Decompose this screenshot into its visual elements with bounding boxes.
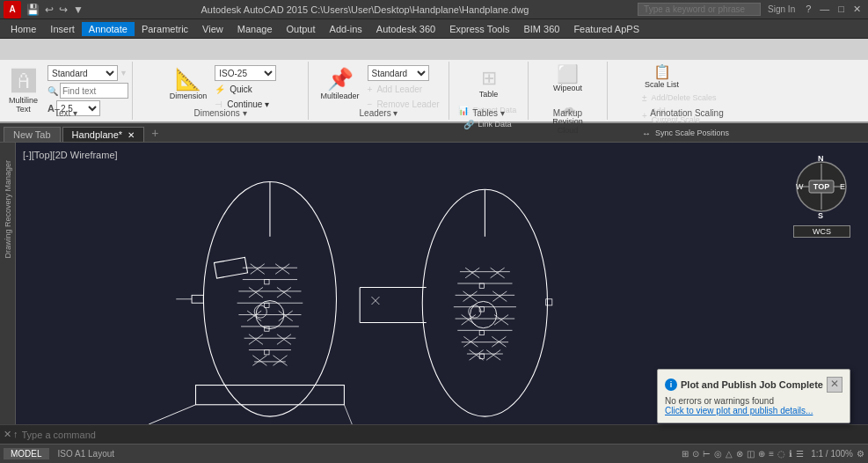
find-text-input[interactable] — [60, 83, 128, 99]
quick-access-toolbar: 💾 ↩ ↪ ▼ — [25, 4, 85, 16]
otrack-icon[interactable]: ⊗ — [736, 449, 743, 459]
wcs-label: WCS — [793, 225, 850, 238]
model-tab[interactable]: MODEL — [4, 448, 49, 459]
extract-data-icon: 📊 — [458, 106, 469, 115]
menu-featuredapps[interactable]: Featured ApPS — [566, 22, 646, 36]
ducs-icon[interactable]: ◫ — [747, 449, 755, 459]
svg-rect-38 — [265, 350, 269, 355]
ribbon-content: 🅰 MultilineText Standard ▼ 🔍 — [0, 60, 868, 121]
grid-icon[interactable]: ⊞ — [682, 449, 689, 459]
cmd-close-icon[interactable]: ✕ — [4, 429, 11, 440]
menu-annotate[interactable]: Annotate — [82, 22, 135, 36]
ribbon-group-markup: ⬜ Wipeout ☁ RevisionCloud Markup — [529, 62, 608, 120]
lw-icon[interactable]: ≡ — [769, 449, 774, 459]
save-icon[interactable]: 💾 — [25, 4, 41, 16]
svg-rect-79 — [479, 330, 484, 334]
polar-icon[interactable]: ◎ — [714, 449, 722, 459]
add-delete-scales-icon: ± — [642, 93, 647, 103]
close-tab-icon[interactable]: ✕ — [128, 130, 135, 140]
help-icon[interactable]: ? — [802, 4, 814, 15]
annotation-scaling-label: Annotation Scaling — [650, 108, 723, 118]
menu-bim360[interactable]: BIM 360 — [516, 22, 566, 36]
drawing-tab-bar: New Tab Handplane* ✕ + — [0, 123, 868, 143]
undo-icon[interactable]: ↩ — [43, 4, 55, 16]
sync-scale-icon: ↔ — [642, 129, 651, 138]
ribbon-tab-bar — [0, 39, 868, 60]
multileader-button[interactable]: 📌 Multileader — [316, 63, 365, 104]
add-delete-scales-button[interactable]: Add/Delete Scales — [648, 92, 718, 104]
ortho-icon[interactable]: ⊢ — [703, 449, 711, 459]
search-input[interactable] — [638, 3, 761, 16]
menu-output[interactable]: Output — [280, 22, 323, 36]
menu-home[interactable]: Home — [4, 22, 43, 36]
transparency-icon[interactable]: ◌ — [777, 449, 785, 459]
dimensions-group-label: Dimensions ▾ — [194, 108, 247, 118]
notification-body: No errors or warnings found Click to vie… — [665, 396, 842, 415]
view-label: [-][Top][2D Wireframe] — [23, 150, 118, 160]
link-data-button[interactable]: Link Data — [476, 118, 514, 130]
qp-icon[interactable]: ℹ — [789, 449, 792, 459]
menu-bar: Home Insert Annotate Parametric View Man… — [0, 19, 868, 39]
title-bar: A 💾 ↩ ↪ ▼ Autodesk AutoCAD 2015 C:\Users… — [0, 0, 868, 19]
notification-title: i Plot and Publish Job Complete — [665, 378, 823, 391]
qat-dropdown[interactable]: ▼ — [71, 4, 85, 16]
dyn-icon[interactable]: ⊕ — [758, 449, 765, 459]
notification-header: i Plot and Publish Job Complete ✕ — [665, 377, 842, 393]
ribbon: 🅰 MultilineText Standard ▼ 🔍 — [0, 39, 868, 123]
command-input[interactable] — [22, 430, 865, 440]
wipeout-button[interactable]: ⬜ Wipeout — [551, 63, 585, 94]
menu-manage[interactable]: Manage — [230, 22, 280, 36]
ribbon-group-tables: ⊞ Table 📊 Extract Data 🔗 Link Data Table… — [449, 62, 529, 120]
svg-rect-77 — [479, 283, 484, 288]
sc-icon[interactable]: ☰ — [796, 449, 804, 459]
notification-popup: i Plot and Publish Job Complete ✕ No err… — [657, 369, 850, 423]
sign-in-button[interactable]: Sign In — [768, 4, 795, 14]
ribbon-group-annotation-scaling: 📋 Scale List ± Add/Delete Scales + AddCu… — [608, 62, 766, 120]
table-button[interactable]: ⊞ Table — [474, 63, 504, 102]
add-tab-button[interactable]: + — [146, 124, 164, 142]
text-style-dropdown[interactable]: ▼ — [120, 69, 128, 77]
close-button[interactable]: ✕ — [850, 4, 864, 15]
svg-text:TOP: TOP — [813, 182, 829, 191]
cmd-search-icon[interactable]: ↑ — [13, 429, 18, 440]
notification-close-button[interactable]: ✕ — [827, 377, 842, 393]
menu-autodesk360[interactable]: Autodesk 360 — [369, 22, 442, 36]
quick-dim-button[interactable]: Quick — [227, 83, 255, 96]
command-line: ✕ ↑ — [0, 424, 868, 444]
ribbon-group-leaders: 📌 Multileader Standard + Add Leader − Re… — [309, 62, 449, 120]
menu-insert[interactable]: Insert — [43, 22, 82, 36]
maximize-button[interactable]: □ — [835, 4, 848, 15]
tables-group-label: Tables ▾ — [472, 108, 505, 118]
multiline-text-button[interactable]: 🅰 MultilineText — [4, 63, 43, 117]
settings-icon[interactable]: ⚙ — [857, 449, 864, 459]
notification-link[interactable]: Click to view plot and publish details..… — [665, 406, 842, 415]
menu-view[interactable]: View — [195, 22, 230, 36]
zoom-label: 1:1 / 100% — [811, 449, 853, 459]
add-leader-button[interactable]: Add Leader — [374, 83, 425, 96]
menu-parametric[interactable]: Parametric — [135, 22, 195, 36]
dim-style-select[interactable]: ISO-25 — [215, 65, 276, 81]
iso-layout-tab[interactable]: ISO A1 Layout — [51, 448, 122, 459]
find-icon: 🔍 — [47, 86, 58, 96]
app-icon[interactable]: A — [4, 1, 21, 18]
svg-line-41 — [344, 405, 352, 424]
menu-expresstools[interactable]: Express Tools — [442, 22, 516, 36]
snap-icon[interactable]: ⊙ — [692, 449, 699, 459]
svg-text:E: E — [840, 182, 845, 191]
ribbon-group-text: 🅰 MultilineText Standard ▼ 🔍 — [0, 62, 133, 120]
svg-text:W: W — [796, 182, 804, 191]
osnap-icon[interactable]: △ — [726, 449, 733, 459]
cmd-buttons: ✕ ↑ — [4, 429, 18, 440]
text-a-icon: A — [47, 103, 55, 114]
minimize-button[interactable]: — — [816, 4, 833, 15]
leader-style-select[interactable]: Standard — [368, 65, 429, 81]
window-title: Autodesk AutoCAD 2015 C:\Users\User\Desk… — [92, 4, 638, 15]
redo-icon[interactable]: ↪ — [57, 4, 69, 16]
text-style-select[interactable]: Standard — [47, 65, 118, 81]
sync-scale-positions-button[interactable]: Sync Scale Positions — [653, 127, 732, 139]
svg-text:N: N — [818, 154, 824, 163]
scale-list-button[interactable]: 📋 Scale List — [642, 63, 682, 91]
menu-addins[interactable]: Add-ins — [323, 22, 369, 36]
dimension-button[interactable]: 📐 Dimension — [164, 63, 213, 104]
leaders-group-label: Leaders ▾ — [360, 108, 398, 118]
